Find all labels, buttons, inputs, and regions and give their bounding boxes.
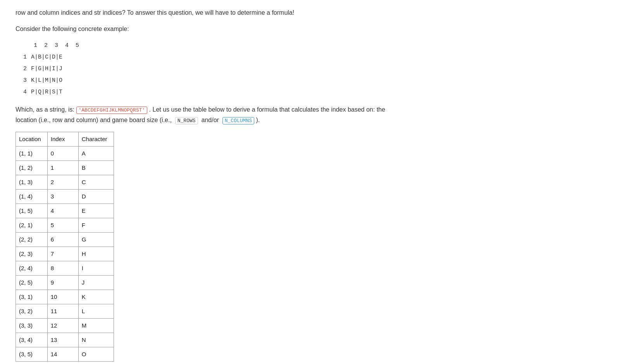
cell-index: 7 xyxy=(47,247,78,261)
consider-text: Consider the following concrete example: xyxy=(16,24,481,34)
table-row: (2, 3)7H xyxy=(16,247,114,261)
intro-text-span: row and column indices and str indices? … xyxy=(16,9,294,16)
cell-character: M xyxy=(78,318,114,333)
cell-character: N xyxy=(78,333,114,347)
grid-header-row: 1 2 3 4 5 xyxy=(23,40,481,52)
string-end-span: ). xyxy=(256,117,260,123)
row-label-1: 1 xyxy=(23,52,30,63)
grid-row-2: 2 F|G|H|I|J xyxy=(23,63,481,75)
cell-index: 8 xyxy=(47,261,78,275)
table-row: (1, 4)3D xyxy=(16,189,114,204)
table-row: (1, 2)1B xyxy=(16,160,114,175)
cell-location: (3, 1) xyxy=(16,290,48,304)
data-table: Location Index Character (1, 1)0A(1, 2)1… xyxy=(16,132,114,362)
table-row: (3, 3)12M xyxy=(16,318,114,333)
table-header-row: Location Index Character xyxy=(16,132,114,146)
row-cells-3: K|L|M|N|O xyxy=(31,75,62,86)
cell-index: 6 xyxy=(47,232,78,247)
cell-character: K xyxy=(78,290,114,304)
row-label-2: 2 xyxy=(23,63,30,75)
cell-character: B xyxy=(78,160,114,175)
string-paragraph: Which, as a string, is: 'ABCDEFGHIJKLMNO… xyxy=(16,104,481,125)
table-row: (2, 5)9J xyxy=(16,275,114,290)
cell-index: 4 xyxy=(47,204,78,218)
table-row: (1, 3)2C xyxy=(16,175,114,189)
cell-character: A xyxy=(78,146,114,160)
cell-index: 1 xyxy=(47,160,78,175)
cell-location: (1, 4) xyxy=(16,189,48,204)
table-row: (2, 2)6G xyxy=(16,232,114,247)
cell-location: (2, 4) xyxy=(16,261,48,275)
row-cells-4: P|Q|R|S|T xyxy=(31,86,62,98)
cell-character: I xyxy=(78,261,114,275)
row-label-4: 4 xyxy=(23,86,30,98)
table-row: (2, 4)8I xyxy=(16,261,114,275)
cell-index: 5 xyxy=(47,218,78,232)
cell-character: J xyxy=(78,275,114,290)
cell-character: C xyxy=(78,175,114,189)
cell-location: (1, 5) xyxy=(16,204,48,218)
content-wrapper: row and column indices and str indices? … xyxy=(16,8,481,362)
cell-location: (2, 5) xyxy=(16,275,48,290)
col-header-index: Index xyxy=(47,132,78,146)
row-cells-2: F|G|H|I|J xyxy=(31,63,62,75)
string-and-span: and/or xyxy=(200,117,221,123)
table-row: (3, 2)11L xyxy=(16,304,114,318)
cell-location: (2, 2) xyxy=(16,232,48,247)
row-cells-1: A|B|C|D|E xyxy=(31,52,62,63)
grid-header: 1 2 3 4 5 xyxy=(23,40,79,52)
cell-character: E xyxy=(78,204,114,218)
cell-location: (2, 1) xyxy=(16,218,48,232)
cell-index: 14 xyxy=(47,347,78,361)
cell-index: 9 xyxy=(47,275,78,290)
cell-index: 12 xyxy=(47,318,78,333)
row-label-3: 3 xyxy=(23,75,30,86)
cell-index: 3 xyxy=(47,189,78,204)
table-body: (1, 1)0A(1, 2)1B(1, 3)2C(1, 4)3D(1, 5)4E… xyxy=(16,146,114,361)
cell-index: 13 xyxy=(47,333,78,347)
cell-index: 0 xyxy=(47,146,78,160)
cell-index: 11 xyxy=(47,304,78,318)
cell-character: O xyxy=(78,347,114,361)
cell-location: (2, 3) xyxy=(16,247,48,261)
table-head: Location Index Character xyxy=(16,132,114,146)
cell-location: (1, 3) xyxy=(16,175,48,189)
cell-location: (3, 2) xyxy=(16,304,48,318)
intro-line: row and column indices and str indices? … xyxy=(16,8,481,18)
cell-location: (3, 3) xyxy=(16,318,48,333)
cell-location: (1, 2) xyxy=(16,160,48,175)
grid-display: 1 2 3 4 5 1 A|B|C|D|E 2 F|G|H|I|J 3 K|L|… xyxy=(23,40,481,98)
cell-character: D xyxy=(78,189,114,204)
grid-row-1: 1 A|B|C|D|E xyxy=(23,52,481,63)
table-row: (3, 5)14O xyxy=(16,347,114,361)
table-row: (3, 4)13N xyxy=(16,333,114,347)
string-value-code: 'ABCDEFGHIJKLMNOPQRST' xyxy=(76,107,148,114)
grid-row-4: 4 P|Q|R|S|T xyxy=(23,86,481,98)
cell-index: 2 xyxy=(47,175,78,189)
cell-character: F xyxy=(78,218,114,232)
grid-row-3: 3 K|L|M|N|O xyxy=(23,75,481,86)
cell-location: (1, 1) xyxy=(16,146,48,160)
col-header-location: Location xyxy=(16,132,48,146)
cell-character: L xyxy=(78,304,114,318)
cell-location: (3, 4) xyxy=(16,333,48,347)
table-row: (1, 1)0A xyxy=(16,146,114,160)
n-rows-code: N_ROWS xyxy=(175,117,198,124)
cell-character: H xyxy=(78,247,114,261)
string-intro-span: Which, as a string, is: xyxy=(16,106,74,113)
table-row: (2, 1)5F xyxy=(16,218,114,232)
table-row: (1, 5)4E xyxy=(16,204,114,218)
table-row: (3, 1)10K xyxy=(16,290,114,304)
cell-index: 10 xyxy=(47,290,78,304)
cell-character: G xyxy=(78,232,114,247)
cell-location: (3, 5) xyxy=(16,347,48,361)
col-header-character: Character xyxy=(78,132,114,146)
n-columns-code: N_COLUMNS xyxy=(222,117,254,124)
